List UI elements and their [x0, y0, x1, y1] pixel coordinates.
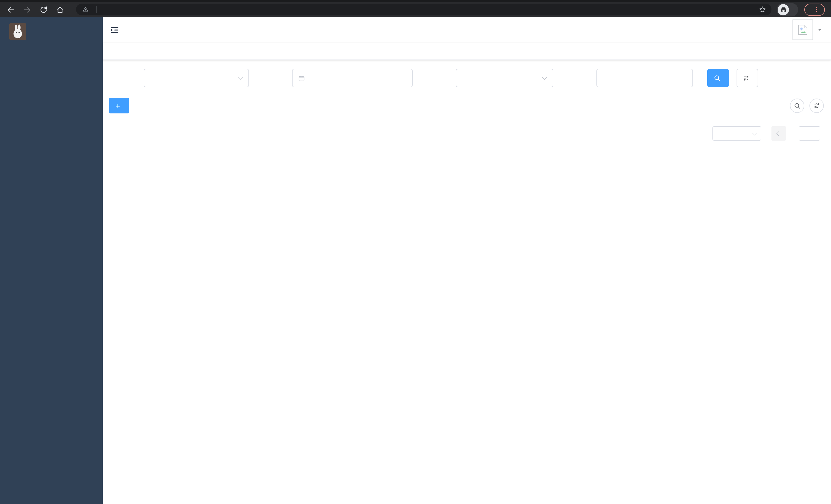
- content: +: [103, 60, 831, 504]
- toolbar-row: +: [109, 98, 824, 113]
- table-toolbar: [790, 98, 824, 113]
- leave-type-select[interactable]: [144, 69, 249, 87]
- toggle-search-button[interactable]: [790, 98, 804, 113]
- filter-apply-time: [257, 69, 413, 87]
- search-button[interactable]: [707, 69, 729, 87]
- home-icon[interactable]: [55, 5, 64, 14]
- navbar: [103, 17, 831, 42]
- collapse-sidebar-icon[interactable]: [110, 25, 120, 35]
- forward-icon[interactable]: [23, 5, 31, 14]
- plus-icon: +: [115, 102, 120, 110]
- bookmark-star-icon[interactable]: [758, 6, 766, 13]
- incognito-badge: [777, 3, 798, 16]
- goto-page: [795, 126, 824, 141]
- tags-bar: [103, 42, 831, 60]
- reason-input[interactable]: [597, 69, 692, 87]
- main-area: +: [103, 17, 831, 504]
- goto-page-input[interactable]: [799, 126, 820, 141]
- search-icon: [713, 75, 721, 82]
- update-button[interactable]: [804, 3, 825, 16]
- navbar-right: [784, 20, 823, 40]
- reload-icon[interactable]: [39, 5, 48, 14]
- filter-leave-type: [109, 69, 249, 87]
- date-range-picker[interactable]: [292, 69, 413, 87]
- logo-avatar: [9, 23, 26, 40]
- chevron-down-icon: [752, 130, 757, 135]
- chevron-left-icon: [776, 131, 781, 136]
- pager: [769, 126, 788, 141]
- filter-form: [109, 69, 824, 87]
- url-bar[interactable]: [76, 4, 771, 16]
- sidebar: [0, 17, 103, 504]
- incognito-icon: [778, 4, 789, 15]
- calendar-icon: [298, 74, 306, 82]
- prev-page-button[interactable]: [771, 126, 786, 141]
- filter-result: [421, 69, 553, 87]
- pagination: [109, 126, 824, 151]
- logo-bar: [0, 17, 103, 46]
- refresh-icon: [743, 75, 750, 82]
- refresh-icon: [813, 102, 820, 109]
- avatar-caret-icon[interactable]: [816, 27, 823, 33]
- search-icon: [794, 102, 801, 109]
- filter-reason: [562, 69, 693, 87]
- refresh-table-button[interactable]: [809, 98, 824, 113]
- browser-toolbar: [0, 0, 831, 17]
- chevron-down-icon: [237, 74, 243, 80]
- result-select[interactable]: [456, 69, 553, 87]
- browser-menu-icon[interactable]: [813, 6, 820, 13]
- back-icon[interactable]: [6, 5, 15, 14]
- page-size-select[interactable]: [712, 126, 761, 141]
- reset-button[interactable]: [737, 69, 758, 87]
- url-divider: [96, 6, 96, 13]
- chevron-down-icon: [542, 74, 548, 80]
- reason-input-wrap: [596, 69, 693, 87]
- create-leave-button[interactable]: +: [109, 98, 130, 113]
- avatar[interactable]: [793, 20, 813, 40]
- screen: +: [0, 0, 831, 504]
- not-secure-icon: [82, 6, 89, 13]
